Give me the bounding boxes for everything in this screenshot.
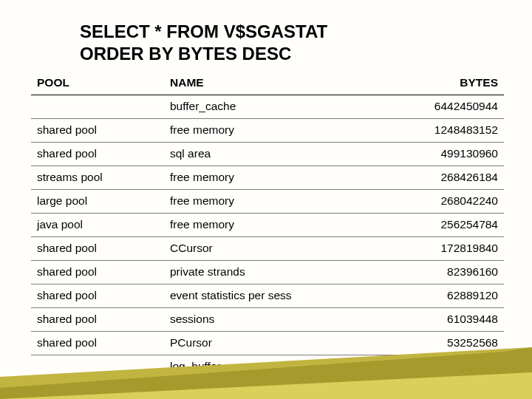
table-header-row: POOL NAME BYTES: [31, 72, 504, 95]
cell-pool: shared pool: [31, 308, 164, 332]
cell-name: free memory: [164, 119, 386, 143]
title-line-1: SELECT * FROM V$SGASTAT: [80, 21, 327, 41]
cell-pool: shared pool: [31, 143, 164, 166]
cell-pool: shared pool: [31, 284, 164, 308]
cell-pool: shared pool: [31, 261, 164, 284]
cell-name: PCursor: [164, 332, 386, 355]
cell-name: private strands: [164, 261, 386, 284]
table-row: shared pool sql area 499130960: [31, 143, 504, 166]
table-row: shared pool event statistics per sess 62…: [31, 284, 504, 308]
cell-bytes: 50548736: [386, 355, 504, 379]
title-line-2: ORDER BY BYTES DESC: [80, 44, 291, 64]
cell-pool: large pool: [31, 190, 164, 214]
cell-name: sessions: [164, 308, 386, 332]
cell-pool: shared pool: [31, 119, 164, 143]
table-row: log_buffer 50548736: [31, 355, 504, 379]
cell-pool: java pool: [31, 214, 164, 237]
cell-name: event statistics per sess: [164, 284, 386, 308]
cell-name: free memory: [164, 214, 386, 237]
cell-bytes: 1248483152: [386, 119, 504, 143]
table-row: shared pool PCursor 53252568: [31, 332, 504, 355]
cell-pool: shared pool: [31, 237, 164, 261]
table-row: shared pool private strands 82396160: [31, 261, 504, 284]
cell-bytes: 82396160: [386, 261, 504, 284]
col-header-bytes: BYTES: [386, 72, 504, 95]
col-header-pool: POOL: [31, 72, 164, 95]
table-row: shared pool CCursor 172819840: [31, 237, 504, 261]
cell-pool: streams pool: [31, 166, 164, 190]
cell-name: free memory: [164, 166, 386, 190]
table-row: shared pool free memory 1248483152: [31, 119, 504, 143]
sgastat-table: POOL NAME BYTES buffer_cache 6442450944 …: [31, 72, 504, 378]
cell-bytes: 53252568: [386, 332, 504, 355]
cell-bytes: 62889120: [386, 284, 504, 308]
cell-bytes: 6442450944: [386, 95, 504, 119]
cell-bytes: 172819840: [386, 237, 504, 261]
table-row: buffer_cache 6442450944: [31, 95, 504, 119]
cell-name: sql area: [164, 143, 386, 166]
cell-name: free memory: [164, 190, 386, 214]
cell-name: CCursor: [164, 237, 386, 261]
slide-title: SELECT * FROM V$SGASTAT ORDER BY BYTES D…: [80, 21, 327, 65]
cell-pool: [31, 355, 164, 379]
cell-bytes: 256254784: [386, 214, 504, 237]
cell-name: log_buffer: [164, 355, 386, 379]
table-row: streams pool free memory 268426184: [31, 166, 504, 190]
cell-pool: shared pool: [31, 332, 164, 355]
table-row: shared pool sessions 61039448: [31, 308, 504, 332]
cell-bytes: 268426184: [386, 166, 504, 190]
cell-bytes: 268042240: [386, 190, 504, 214]
cell-bytes: 61039448: [386, 308, 504, 332]
table-row: large pool free memory 268042240: [31, 190, 504, 214]
table-row: java pool free memory 256254784: [31, 214, 504, 237]
cell-pool: [31, 95, 164, 119]
cell-bytes: 499130960: [386, 143, 504, 166]
col-header-name: NAME: [164, 72, 386, 95]
cell-name: buffer_cache: [164, 95, 386, 119]
